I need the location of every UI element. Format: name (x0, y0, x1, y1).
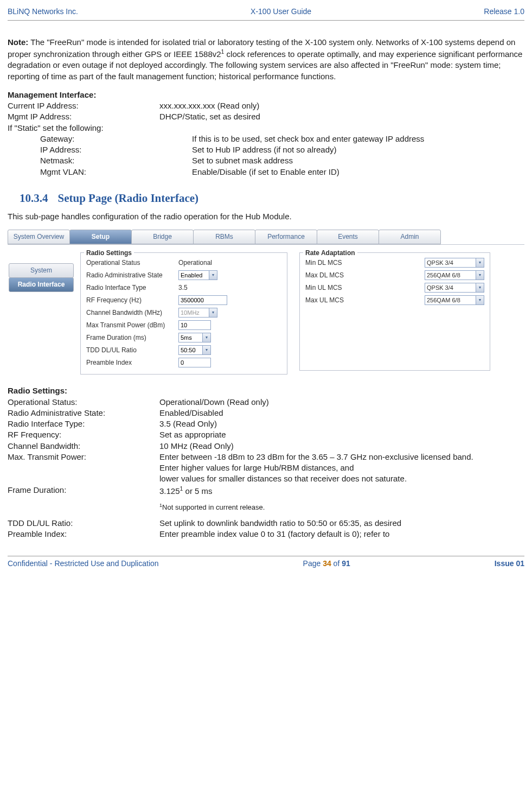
field-label: Preamble Index (86, 358, 178, 367)
dropdown[interactable]: QPSK 3/4▾ (425, 283, 484, 293)
dropdown[interactable]: 50:50▾ (178, 345, 211, 355)
dropdown[interactable]: Enabled▾ (178, 270, 217, 280)
rs-row: Radio Administrative State:Enabled/Disab… (8, 408, 524, 418)
side-tab-bar: System Radio Interface (9, 263, 74, 375)
field-label: Channel Bandwidth (MHz) (86, 308, 178, 317)
text-input[interactable] (178, 295, 227, 305)
field-label: Frame Duration (ms) (86, 333, 178, 342)
dropdown[interactable]: QPSK 3/4▾ (425, 258, 484, 268)
footer-center: Page 34 of 91 (303, 559, 350, 569)
tab-system-overview[interactable]: System Overview (8, 230, 70, 244)
rs-row: Radio Interface Type:3.5 (Read Only) (8, 418, 524, 429)
mgmt-row: Mgmt IP Address:DHCP/Static, set as desi… (8, 111, 524, 122)
radio-setting-row: Max Transmit Power (dBm) (86, 319, 281, 331)
field-label: Min DL MCS (305, 258, 370, 267)
rate-row: Max UL MCS256QAM 6/8▾ (305, 294, 484, 306)
rs-cont: lower values for smaller distances so th… (159, 473, 524, 484)
radio-setting-row: Frame Duration (ms)5ms▾ (86, 331, 281, 344)
footnote: 1Not supported in current release. (159, 502, 524, 512)
chevron-down-icon: ▾ (476, 258, 484, 267)
chevron-down-icon: ▾ (202, 346, 210, 354)
footer-left: Confidential - Restricted Use and Duplic… (8, 559, 159, 569)
rs-row: RF Frequency:Set as appropriate (8, 429, 524, 440)
chevron-down-icon: ▾ (202, 333, 210, 342)
rate-adaptation-fieldset: Rate Adaptation Min DL MCSQPSK 3/4▾Max D… (299, 252, 490, 371)
section-title: Setup Page (Radio Interface) (58, 192, 199, 205)
rs-row: Max. Transmit Power:Enter between -18 dB… (8, 452, 524, 462)
rate-row: Min UL MCSQPSK 3/4▾ (305, 281, 484, 294)
note-paragraph: Note: The "FreeRun" mode is intended for… (8, 37, 524, 82)
rs-row: TDD DL/UL Ratio:Set uplink to downlink b… (8, 518, 524, 529)
tab-events[interactable]: Events (317, 230, 379, 244)
radio-setting-row: Radio Interface Type3.5 (86, 281, 281, 294)
section-number: 10.3.4 (20, 192, 48, 205)
rate-adaptation-legend: Rate Adaptation (303, 249, 357, 257)
radio-setting-row: Preamble Index (86, 356, 281, 369)
page-footer: Confidential - Restricted Use and Duplic… (8, 556, 524, 572)
dropdown[interactable]: 256QAM 6/8▾ (425, 295, 484, 305)
radio-settings-title: Radio Settings: (8, 385, 524, 396)
chevron-down-icon: ▾ (209, 308, 217, 317)
chevron-down-icon: ▾ (209, 271, 217, 280)
rs-row: Channel Bandwidth:10 MHz (Read Only) (8, 441, 524, 452)
field-label: Max Transmit Power (dBm) (86, 321, 178, 329)
text-input[interactable] (178, 358, 211, 367)
field-value: Operational (178, 258, 212, 267)
field-label: Radio Administrative State (86, 271, 178, 280)
chevron-down-icon: ▾ (476, 296, 484, 304)
field-label: Max UL MCS (305, 296, 370, 304)
rate-row: Max DL MCS256QAM 6/8▾ (305, 269, 484, 281)
text-input[interactable] (178, 320, 211, 330)
side-tab-radio-interface[interactable]: Radio Interface (9, 277, 74, 292)
footer-right: Issue 01 (495, 559, 524, 569)
note-label: Note: (8, 37, 28, 47)
field-value: 3.5 (178, 283, 188, 292)
page-header: BLiNQ Networks Inc. X-100 User Guide Rel… (8, 5, 524, 21)
field-label: RF Frequency (Hz) (86, 296, 178, 304)
rs-cont: Enter higher values for large Hub/RBM di… (159, 462, 524, 473)
radio-setting-row: RF Frequency (Hz) (86, 294, 281, 306)
field-label: TDD DL/UL Ratio (86, 346, 178, 354)
header-left: BLiNQ Networks Inc. (8, 7, 78, 17)
ui-screenshot: System Overview Setup Bridge RBMs Perfor… (8, 230, 524, 375)
dropdown[interactable]: 256QAM 6/8▾ (425, 270, 484, 280)
mgmt-row-indent: Netmask:Set to subnet mask address (8, 155, 524, 166)
mgmt-row: Current IP Address:xxx.xxx.xxx.xxx (Read… (8, 100, 524, 111)
rate-row: Min DL MCSQPSK 3/4▾ (305, 256, 484, 269)
tab-performance[interactable]: Performance (255, 230, 317, 244)
side-tab-system[interactable]: System (9, 263, 74, 278)
section-heading: 10.3.4Setup Page (Radio Interface) (8, 191, 524, 206)
radio-setting-row: Operational StatusOperational (86, 256, 281, 269)
mgmt-row: If "Static" set the following: (8, 123, 524, 134)
dropdown[interactable]: 5ms▾ (178, 333, 211, 342)
mgmt-row-indent: Mgmt VLAN:Enable/Disable (if set to Enab… (8, 167, 524, 177)
rs-row: Preamble Index:Enter preamble index valu… (8, 529, 524, 540)
radio-settings-fieldset: Radio Settings Operational StatusOperati… (80, 252, 287, 375)
top-tab-bar: System Overview Setup Bridge RBMs Perfor… (8, 230, 524, 244)
radio-setting-row: TDD DL/UL Ratio50:50▾ (86, 344, 281, 356)
tab-admin[interactable]: Admin (379, 230, 441, 244)
tab-rbms[interactable]: RBMs (193, 230, 255, 244)
radio-settings-legend: Radio Settings (84, 249, 134, 257)
radio-setting-row: Channel Bandwidth (MHz)10MHz▾ (86, 306, 281, 319)
field-label: Max DL MCS (305, 271, 370, 280)
field-label: Min UL MCS (305, 283, 370, 292)
chevron-down-icon: ▾ (476, 271, 484, 280)
rs-row: Operational Status:Operational/Down (Rea… (8, 397, 524, 408)
field-label: Radio Interface Type (86, 283, 178, 292)
tab-bridge[interactable]: Bridge (131, 230, 194, 244)
rs-row: Frame Duration: 3.1251 or 5 ms (8, 485, 524, 497)
intro-text: This sub-page handles configuration of t… (8, 211, 524, 222)
field-label: Operational Status (86, 258, 178, 267)
mgmt-row-indent: IP Address:Set to Hub IP address (if not… (8, 144, 524, 155)
header-center: X-100 User Guide (251, 7, 311, 17)
mgmt-interface-title: Management Interface: (8, 90, 524, 100)
chevron-down-icon: ▾ (476, 283, 484, 292)
mgmt-row-indent: Gateway:If this is to be used, set check… (8, 134, 524, 144)
radio-setting-row: Radio Administrative StateEnabled▾ (86, 269, 281, 281)
dropdown: 10MHz▾ (178, 308, 217, 318)
header-right: Release 1.0 (484, 7, 524, 17)
tab-setup[interactable]: Setup (69, 230, 132, 244)
